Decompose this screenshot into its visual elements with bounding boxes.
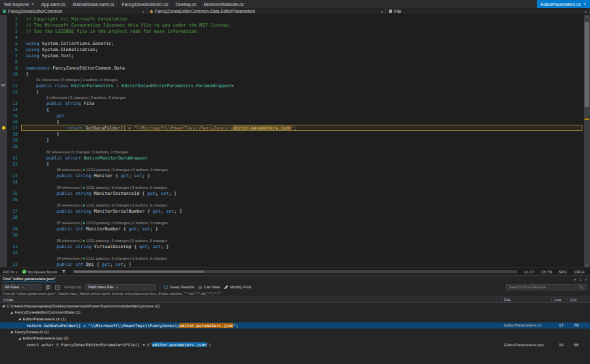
code-line[interactable]: 3// See the LICENSE file in the project …	[0, 28, 584, 34]
column-code[interactable]: Code	[3, 298, 13, 302]
tab-app-xaml-cs[interactable]: App.xaml.cs	[38, 0, 69, 8]
code-line[interactable]: 5using System.Collections.Generic;	[0, 40, 584, 46]
code-line[interactable]: 33public int Dpi { get; set; }	[0, 261, 584, 267]
find-result-row[interactable]: EditorParameters.cpp1958const wchar_t Fa…	[0, 342, 590, 348]
vs-window: Test Explorer×App.xaml.csMainWindow.xaml…	[0, 0, 590, 364]
find-group-row[interactable]: ◢FancyZonesLib (1)	[0, 329, 590, 335]
scrollbar-thumb[interactable]	[585, 22, 589, 107]
keep-results-button[interactable]: Keep Results	[164, 285, 194, 290]
vertical-scrollbar[interactable]: ▲ ▼	[584, 15, 590, 267]
filter-icon[interactable]	[61, 269, 66, 274]
code-line[interactable]: 20	[0, 143, 584, 149]
codelens-line[interactable]: 36 references | ● 11/11 passing | 0 chan…	[0, 238, 584, 243]
codelens-line[interactable]: 34 references | ● 11/11 passing | 0 chan…	[0, 185, 584, 190]
find-group-row[interactable]: ◢EditorParameters.cpp (1)	[0, 335, 590, 342]
code-line[interactable]: 30	[0, 232, 584, 238]
code-line[interactable]: 13public string File	[0, 100, 584, 106]
expander-icon[interactable]: ◢	[18, 337, 20, 340]
panel-title-bar[interactable]: Find "editor-parameters.json" ▾ □ ×	[0, 276, 590, 283]
code-line[interactable]: RT11public class EditorParameters : Edit…	[0, 82, 584, 89]
modify-find-button[interactable]: Modify Find	[224, 285, 251, 290]
code-line[interactable]: 17return GetDataFolder() + "\\Microsoft\…	[0, 125, 584, 131]
close-icon[interactable]: ×	[583, 2, 586, 6]
code-line[interactable]: 6using System.Globalization;	[0, 46, 584, 52]
code-line[interactable]: 32	[0, 249, 584, 256]
find-group-row[interactable]: ◢FancyZonesEditorCommon\Data (1)	[0, 309, 590, 316]
column-file[interactable]: File	[504, 298, 511, 302]
scroll-up-icon[interactable]: ▲	[584, 15, 590, 18]
document-health-indicator[interactable]: No issues found	[22, 269, 57, 274]
tab-editorparameters-active[interactable]: EditorParameters.cs ×	[537, 0, 590, 8]
quick-actions-bulb-icon[interactable]	[2, 126, 5, 130]
code-line[interactable]: 28	[0, 214, 584, 220]
result-col: 58	[567, 343, 578, 347]
code-line[interactable]: 1// Copyright (c) Microsoft Corporation	[0, 16, 584, 22]
codelens-line[interactable]: 2 references | 0 changes | 0 authors, 0 …	[0, 95, 584, 100]
code-line[interactable]: 24	[0, 179, 584, 185]
column-line[interactable]: Line	[554, 298, 561, 302]
project-dropdown[interactable]: FancyZonesEditorCommon ▾	[0, 8, 147, 14]
code-editor[interactable]: 1// Copyright (c) Microsoft Corporation2…	[0, 15, 590, 267]
search-input[interactable]	[509, 285, 577, 289]
type-dropdown[interactable]: FancyZonesEditorCommon.Data.EditorParame…	[147, 8, 386, 14]
code-line[interactable]: 25public string MonitorInstanceId { get;…	[0, 190, 584, 196]
code-line[interactable]: 14{	[0, 106, 584, 112]
horizontal-scrollbar[interactable]	[73, 270, 517, 273]
find-group-row[interactable]: ◢EditorParameters.cs (1)	[0, 316, 590, 322]
tab-overlay-cs[interactable]: Overlay.cs	[172, 0, 200, 8]
code-text: public int MonitorNumber { get; set; }	[20, 226, 158, 232]
pin-icon[interactable]: □	[579, 277, 581, 282]
code-line[interactable]: 12{	[0, 89, 584, 95]
scrollbar-thumb[interactable]	[74, 271, 204, 273]
codelens-text: 35 references | ● 11/11 passing | 0 chan…	[20, 203, 167, 207]
column-col[interactable]: Col	[570, 298, 576, 302]
code-line[interactable]: 23public string Monitor { get; set; }	[0, 172, 584, 179]
line-number: 9	[7, 65, 20, 71]
results-column-header[interactable]: Code File Line Col	[0, 297, 590, 303]
group-by-dropdown[interactable]: Path then File ▾	[85, 284, 156, 290]
tab-mainwindow-xaml-cs[interactable]: MainWindow.xaml.cs	[70, 0, 119, 8]
code-line[interactable]: 2// The Microsoft Corporation licenses t…	[0, 22, 584, 28]
code-line[interactable]: 15get	[0, 112, 584, 119]
member-dropdown[interactable]: File ▾	[386, 8, 590, 14]
code-line[interactable]: 16{	[0, 119, 584, 125]
tab-fancyzoneseditorio-cs[interactable]: FancyZonesEditorIO.cs	[119, 0, 173, 8]
code-line[interactable]: 19}	[0, 137, 584, 143]
copy-results-icon[interactable]	[45, 284, 51, 290]
codelens-line[interactable]: 60 references | 0 changes | 0 authors, 0…	[0, 149, 584, 155]
close-icon[interactable]: ×	[31, 2, 34, 6]
codelens-line[interactable]: 91 references | 0 changes | 0 authors, 0…	[0, 77, 584, 82]
code-line[interactable]: 18}	[0, 131, 584, 137]
codelens-line[interactable]: 34 references | ● 11/11 passing | 0 chan…	[0, 256, 584, 261]
expander-icon[interactable]: ◢	[10, 311, 12, 314]
code-line[interactable]: 26	[0, 196, 584, 202]
codelens-line[interactable]: 35 references | ● 11/11 passing | 0 chan…	[0, 202, 584, 208]
code-line[interactable]: 8	[0, 59, 584, 65]
code-line[interactable]: 27public string MonitorSerialNumber { ge…	[0, 208, 584, 214]
zoom-control[interactable]: 100 % ▾	[3, 270, 18, 274]
files-filter-dropdown[interactable]: All Files ▾	[2, 284, 42, 290]
find-result-row[interactable]: EditorParameters.cs1779return GetDataFol…	[0, 322, 590, 329]
close-icon[interactable]: ×	[585, 277, 587, 282]
code-line[interactable]: 31public string VirtualDesktop { get; se…	[0, 243, 584, 249]
find-group-row[interactable]: ◢C:\Users\zhaopengwang\Desktop\powertoys…	[0, 303, 590, 309]
result-code-text: const wchar_t FancyZonesEditorParameters…	[27, 342, 211, 347]
codelens-line[interactable]: 38 references | ● 12/12 passing | 0 chan…	[0, 167, 584, 172]
code-line[interactable]: 21public struct NativeMonitorDataWrapper	[0, 155, 584, 161]
expander-icon[interactable]: ◢	[18, 317, 20, 320]
code-line[interactable]: 9namespace FancyZonesEditorCommon.Data	[0, 65, 584, 71]
window-position-icon[interactable]: ▾	[574, 277, 576, 282]
code-line[interactable]: 29public int MonitorNumber { get; set; }	[0, 226, 584, 232]
code-line[interactable]: 10{	[0, 71, 584, 77]
expander-icon[interactable]: ◢	[10, 330, 12, 333]
list-view-button[interactable]: List View	[198, 285, 220, 290]
expander-icon[interactable]: ◢	[2, 304, 4, 307]
codelens-line[interactable]: 37 references | ● 13/13 passing | 0 chan…	[0, 220, 584, 226]
tab-monitorinfomodel-cs[interactable]: MonitorInfoModel.cs	[201, 0, 248, 8]
tab-test-explorer[interactable]: Test Explorer×	[0, 0, 38, 8]
collapse-all-icon[interactable]	[55, 284, 61, 290]
code-line[interactable]: 4	[0, 34, 584, 40]
search-find-results-box[interactable]	[506, 284, 587, 290]
code-line[interactable]: 22{	[0, 161, 584, 167]
code-line[interactable]: 7using System.Text;	[0, 52, 584, 59]
